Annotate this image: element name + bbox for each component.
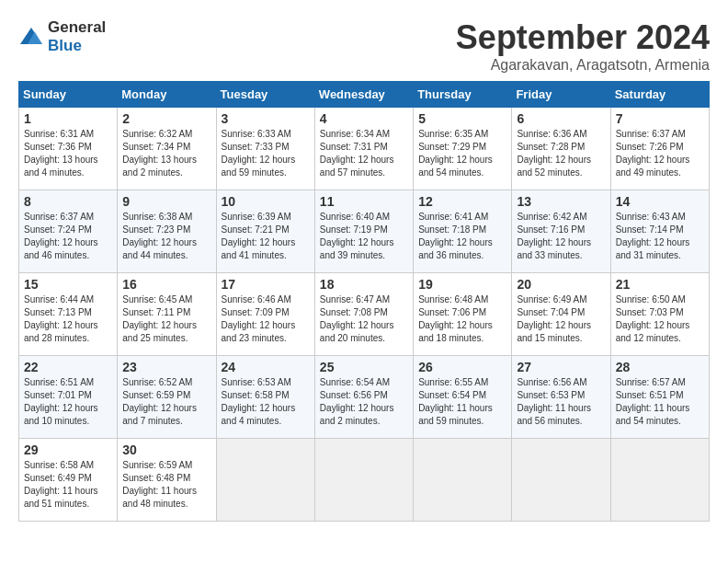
day-number: 27 bbox=[517, 360, 605, 374]
day-number: 5 bbox=[418, 111, 506, 126]
calendar-body: 1Sunrise: 6:31 AMSunset: 7:36 PMDaylight… bbox=[19, 108, 710, 522]
day-number: 10 bbox=[222, 194, 310, 209]
calendar-week-row: 1Sunrise: 6:31 AMSunset: 7:36 PMDaylight… bbox=[19, 108, 710, 190]
calendar-day-cell: 5Sunrise: 6:35 AMSunset: 7:29 PMDaylight… bbox=[414, 108, 512, 190]
day-info: Sunrise: 6:49 AMSunset: 7:04 PMDaylight:… bbox=[517, 294, 591, 343]
calendar-day-cell bbox=[610, 439, 709, 522]
calendar-day-cell: 30Sunrise: 6:59 AMSunset: 6:48 PMDayligh… bbox=[118, 439, 216, 522]
day-info: Sunrise: 6:52 AMSunset: 6:59 PMDaylight:… bbox=[122, 377, 197, 426]
day-info: Sunrise: 6:39 AMSunset: 7:21 PMDaylight:… bbox=[222, 212, 296, 260]
calendar-day-cell: 8Sunrise: 6:37 AMSunset: 7:24 PMDaylight… bbox=[19, 190, 118, 273]
day-number: 26 bbox=[418, 360, 506, 374]
calendar-day-cell: 4Sunrise: 6:34 AMSunset: 7:31 PMDaylight… bbox=[314, 108, 413, 190]
weekday-header-cell: Friday bbox=[512, 82, 610, 108]
day-number: 9 bbox=[122, 194, 210, 209]
calendar-day-cell: 25Sunrise: 6:54 AMSunset: 6:56 PMDayligh… bbox=[314, 356, 413, 439]
calendar-day-cell: 10Sunrise: 6:39 AMSunset: 7:21 PMDayligh… bbox=[216, 190, 314, 273]
day-number: 29 bbox=[24, 442, 112, 457]
day-info: Sunrise: 6:59 AMSunset: 6:48 PMDaylight:… bbox=[122, 460, 197, 509]
day-info: Sunrise: 6:56 AMSunset: 6:53 PMDaylight:… bbox=[517, 377, 591, 426]
calendar-day-cell: 24Sunrise: 6:53 AMSunset: 6:58 PMDayligh… bbox=[216, 356, 314, 439]
day-info: Sunrise: 6:54 AMSunset: 6:56 PMDaylight:… bbox=[320, 377, 394, 426]
calendar-day-cell: 12Sunrise: 6:41 AMSunset: 7:18 PMDayligh… bbox=[414, 190, 512, 273]
logo-blue: Blue bbox=[48, 37, 82, 54]
day-number: 16 bbox=[122, 277, 210, 292]
month-title: September 2024 bbox=[456, 18, 710, 57]
logo-general: General bbox=[48, 18, 106, 36]
weekday-header-cell: Monday bbox=[118, 82, 216, 108]
calendar-day-cell bbox=[314, 439, 413, 522]
day-info: Sunrise: 6:48 AMSunset: 7:06 PMDaylight:… bbox=[418, 294, 493, 343]
weekday-header-row: SundayMondayTuesdayWednesdayThursdayFrid… bbox=[19, 82, 710, 108]
day-info: Sunrise: 6:45 AMSunset: 7:11 PMDaylight:… bbox=[122, 294, 197, 343]
calendar-week-row: 22Sunrise: 6:51 AMSunset: 7:01 PMDayligh… bbox=[19, 356, 710, 439]
day-info: Sunrise: 6:33 AMSunset: 7:33 PMDaylight:… bbox=[222, 129, 296, 178]
calendar-day-cell: 9Sunrise: 6:38 AMSunset: 7:23 PMDaylight… bbox=[118, 190, 216, 273]
logo-text: General Blue bbox=[48, 18, 106, 55]
calendar-day-cell: 23Sunrise: 6:52 AMSunset: 6:59 PMDayligh… bbox=[118, 356, 216, 439]
calendar-day-cell: 6Sunrise: 6:36 AMSunset: 7:28 PMDaylight… bbox=[512, 108, 610, 190]
calendar-week-row: 29Sunrise: 6:58 AMSunset: 6:49 PMDayligh… bbox=[19, 439, 710, 522]
day-number: 14 bbox=[616, 194, 704, 209]
day-number: 2 bbox=[122, 111, 210, 126]
calendar-day-cell: 21Sunrise: 6:50 AMSunset: 7:03 PMDayligh… bbox=[610, 273, 709, 356]
calendar-day-cell: 7Sunrise: 6:37 AMSunset: 7:26 PMDaylight… bbox=[610, 108, 709, 190]
calendar-day-cell: 28Sunrise: 6:57 AMSunset: 6:51 PMDayligh… bbox=[610, 356, 709, 439]
day-number: 4 bbox=[320, 111, 408, 126]
calendar-day-cell: 13Sunrise: 6:42 AMSunset: 7:16 PMDayligh… bbox=[512, 190, 610, 273]
calendar-day-cell: 15Sunrise: 6:44 AMSunset: 7:13 PMDayligh… bbox=[19, 273, 118, 356]
day-info: Sunrise: 6:40 AMSunset: 7:19 PMDaylight:… bbox=[320, 212, 394, 260]
calendar-day-cell: 3Sunrise: 6:33 AMSunset: 7:33 PMDaylight… bbox=[216, 108, 314, 190]
calendar-day-cell: 19Sunrise: 6:48 AMSunset: 7:06 PMDayligh… bbox=[414, 273, 512, 356]
calendar-day-cell: 17Sunrise: 6:46 AMSunset: 7:09 PMDayligh… bbox=[216, 273, 314, 356]
calendar-day-cell: 14Sunrise: 6:43 AMSunset: 7:14 PMDayligh… bbox=[610, 190, 709, 273]
calendar-day-cell: 18Sunrise: 6:47 AMSunset: 7:08 PMDayligh… bbox=[314, 273, 413, 356]
day-info: Sunrise: 6:37 AMSunset: 7:24 PMDaylight:… bbox=[24, 212, 98, 260]
weekday-header-cell: Tuesday bbox=[216, 82, 314, 108]
day-number: 6 bbox=[517, 111, 605, 126]
day-info: Sunrise: 6:43 AMSunset: 7:14 PMDaylight:… bbox=[616, 212, 690, 260]
day-number: 21 bbox=[616, 277, 704, 292]
calendar-day-cell: 22Sunrise: 6:51 AMSunset: 7:01 PMDayligh… bbox=[19, 356, 118, 439]
day-number: 22 bbox=[24, 360, 112, 374]
calendar-day-cell: 2Sunrise: 6:32 AMSunset: 7:34 PMDaylight… bbox=[118, 108, 216, 190]
day-info: Sunrise: 6:36 AMSunset: 7:28 PMDaylight:… bbox=[517, 129, 591, 178]
day-info: Sunrise: 6:47 AMSunset: 7:08 PMDaylight:… bbox=[320, 294, 394, 343]
day-info: Sunrise: 6:35 AMSunset: 7:29 PMDaylight:… bbox=[418, 129, 493, 178]
day-number: 30 bbox=[122, 442, 210, 457]
day-info: Sunrise: 6:34 AMSunset: 7:31 PMDaylight:… bbox=[320, 129, 394, 178]
day-info: Sunrise: 6:41 AMSunset: 7:18 PMDaylight:… bbox=[418, 212, 493, 260]
logo-icon bbox=[18, 24, 44, 50]
day-number: 7 bbox=[616, 111, 704, 126]
weekday-header-cell: Saturday bbox=[610, 82, 709, 108]
logo: General Blue bbox=[18, 18, 106, 55]
day-number: 20 bbox=[517, 277, 605, 292]
day-info: Sunrise: 6:42 AMSunset: 7:16 PMDaylight:… bbox=[517, 212, 591, 260]
day-number: 1 bbox=[24, 111, 112, 126]
day-number: 28 bbox=[616, 360, 704, 374]
calendar-table: SundayMondayTuesdayWednesdayThursdayFrid… bbox=[18, 81, 710, 522]
calendar-day-cell: 20Sunrise: 6:49 AMSunset: 7:04 PMDayligh… bbox=[512, 273, 610, 356]
day-info: Sunrise: 6:50 AMSunset: 7:03 PMDaylight:… bbox=[616, 294, 690, 343]
calendar-day-cell: 26Sunrise: 6:55 AMSunset: 6:54 PMDayligh… bbox=[414, 356, 512, 439]
day-number: 11 bbox=[320, 194, 408, 209]
day-number: 12 bbox=[418, 194, 506, 209]
day-info: Sunrise: 6:58 AMSunset: 6:49 PMDaylight:… bbox=[24, 460, 98, 509]
day-info: Sunrise: 6:53 AMSunset: 6:58 PMDaylight:… bbox=[222, 377, 296, 426]
calendar-day-cell: 11Sunrise: 6:40 AMSunset: 7:19 PMDayligh… bbox=[314, 190, 413, 273]
calendar-day-cell bbox=[216, 439, 314, 522]
day-number: 15 bbox=[24, 277, 112, 292]
calendar-week-row: 15Sunrise: 6:44 AMSunset: 7:13 PMDayligh… bbox=[19, 273, 710, 356]
day-info: Sunrise: 6:55 AMSunset: 6:54 PMDaylight:… bbox=[418, 377, 493, 426]
header: General Blue September 2024 Agarakavan, … bbox=[18, 18, 710, 74]
day-number: 8 bbox=[24, 194, 112, 209]
day-number: 3 bbox=[222, 111, 310, 126]
day-info: Sunrise: 6:51 AMSunset: 7:01 PMDaylight:… bbox=[24, 377, 98, 426]
location-title: Agarakavan, Aragatsotn, Armenia bbox=[456, 57, 710, 74]
weekday-header-cell: Sunday bbox=[19, 82, 118, 108]
day-info: Sunrise: 6:44 AMSunset: 7:13 PMDaylight:… bbox=[24, 294, 98, 343]
calendar-day-cell: 1Sunrise: 6:31 AMSunset: 7:36 PMDaylight… bbox=[19, 108, 118, 190]
weekday-header-cell: Thursday bbox=[414, 82, 512, 108]
day-number: 23 bbox=[122, 360, 210, 374]
day-number: 17 bbox=[222, 277, 310, 292]
